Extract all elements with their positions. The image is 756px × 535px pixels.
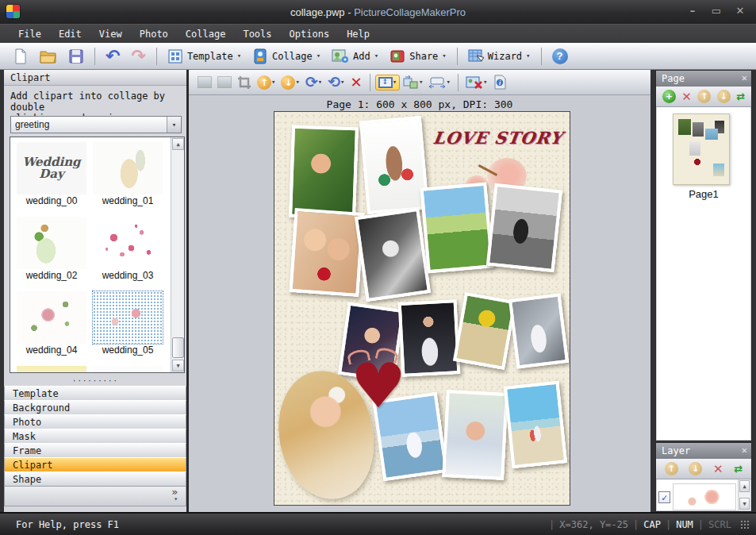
photo-couple-closeup-rose[interactable] (289, 208, 364, 297)
layer-panel-close-icon[interactable]: ✕ (742, 445, 747, 456)
tab-mask[interactable]: Mask (4, 429, 186, 444)
clipart-item-partial[interactable] (91, 366, 164, 373)
menu-tools[interactable]: Tools (234, 26, 280, 42)
add-dropdown-caret[interactable]: ▾ (374, 52, 378, 60)
resize-photos-button[interactable]: ▾ (401, 74, 425, 90)
chevron-down-icon[interactable]: ▾ (13, 497, 178, 502)
share-dropdown-caret[interactable]: ▾ (442, 52, 446, 60)
align-caret[interactable]: ▾ (393, 79, 397, 86)
tab-frame[interactable]: Frame (4, 443, 186, 458)
scroll-down-icon[interactable]: ▼ (739, 498, 750, 510)
maximize-button[interactable]: ▭ (708, 4, 724, 18)
photo-yellow-umbrella-beach[interactable] (453, 292, 516, 370)
tab-clipart-active[interactable]: Clipart (4, 457, 186, 472)
move-layer-down-button[interactable]: ↓ (689, 462, 702, 475)
properties-button[interactable]: i (490, 73, 509, 91)
remove-photo-button[interactable]: ▾ (463, 74, 489, 91)
save-button[interactable] (63, 46, 89, 67)
move-page-up-button[interactable]: ↑ (697, 90, 711, 103)
photo-shopping-couple[interactable] (359, 116, 429, 214)
tab-overflow-bar[interactable]: » ▾ (4, 486, 186, 506)
tab-template[interactable]: Template (4, 386, 186, 401)
clipart-item-wedding-03[interactable]: wedding_03 (91, 217, 164, 281)
photo-kissing-couple[interactable] (289, 125, 359, 220)
delete-page-button[interactable]: ✕ (681, 90, 692, 104)
menu-file[interactable]: File (10, 26, 50, 42)
rotate-ccw-button[interactable]: ⟲▾ (325, 73, 347, 91)
spacing-caret[interactable]: ▾ (446, 79, 450, 86)
scroll-down-icon[interactable]: ▼ (172, 360, 184, 371)
spacing-button[interactable]: ▾ (426, 75, 452, 90)
tab-shape[interactable]: Shape (4, 471, 186, 487)
scrollbar-thumb[interactable] (172, 337, 184, 358)
photo-bride-bouquet-dark[interactable] (398, 299, 461, 377)
layer-visibility-checkbox[interactable]: ✓ (658, 491, 670, 503)
clipart-scrollbar[interactable]: ▲ ▼ (171, 137, 184, 372)
page1-thumbnail[interactable] (673, 114, 730, 185)
clipart-item-wedding-00[interactable]: Wedding Day wedding_00 (15, 142, 88, 206)
layer-scrollbar[interactable]: ▲ ▼ (738, 479, 750, 510)
tab-photo[interactable]: Photo (4, 414, 186, 429)
photo-bride-white-dress[interactable] (508, 293, 569, 368)
new-button[interactable] (8, 46, 33, 67)
photo-couple-greenery[interactable] (420, 183, 493, 274)
clipart-item-wedding-04[interactable]: wedding_04 (15, 291, 88, 356)
crop-button[interactable] (235, 74, 254, 91)
scroll-up-icon[interactable]: ▲ (172, 138, 184, 150)
chevron-icon[interactable]: » (13, 487, 178, 497)
menu-edit[interactable]: Edit (50, 26, 90, 42)
page-panel-close-icon[interactable]: ✕ (742, 72, 747, 83)
menu-options[interactable]: Options (281, 26, 339, 42)
send-backward-button[interactable]: ↓▾ (278, 74, 301, 91)
scroll-up-icon[interactable]: ▲ (739, 480, 750, 492)
add-button[interactable]: Add ▾ (327, 46, 383, 67)
add-photo-button[interactable] (215, 75, 234, 90)
collage-dropdown-caret[interactable]: ▾ (317, 52, 320, 60)
move-page-down-button[interactable]: ↓ (717, 90, 731, 103)
delete-layer-button[interactable]: ✕ (713, 462, 723, 476)
template-button[interactable]: Template ▾ (163, 46, 246, 67)
menu-help[interactable]: Help (338, 26, 378, 42)
tab-background[interactable]: Background (4, 400, 186, 415)
photo-bride-smiling[interactable] (442, 390, 508, 480)
clipart-item-wedding-02[interactable]: wedding_02 (15, 217, 88, 281)
redo-button[interactable]: ↷ (126, 45, 150, 67)
bring-forward-caret[interactable]: ▾ (271, 79, 275, 86)
rotate-cw-caret[interactable]: ▾ (318, 79, 322, 86)
add-page-button[interactable]: + (662, 90, 676, 103)
template-dropdown-caret[interactable]: ▾ (237, 52, 241, 60)
close-button[interactable]: ✕ (732, 4, 748, 18)
wizard-dropdown-caret[interactable]: ▾ (526, 52, 530, 60)
delete-object-button[interactable]: ✕ (348, 74, 365, 91)
photo-beach-couple-walking[interactable] (504, 381, 567, 469)
resize-caret[interactable]: ▾ (419, 79, 423, 86)
help-button[interactable]: ? (547, 46, 573, 67)
clipart-item-wedding-05-selected[interactable]: wedding_05 (91, 291, 164, 356)
love-story-text[interactable]: LOVE STORY (432, 128, 570, 148)
swap-photo-button[interactable] (195, 75, 214, 90)
clipart-item-wedding-01[interactable]: wedding_01 (91, 142, 164, 206)
wizard-button[interactable]: Wizard ▾ (463, 46, 535, 67)
open-button[interactable] (35, 46, 62, 67)
dropdown-arrow-icon[interactable]: ▾ (167, 117, 181, 133)
rotate-ccw-caret[interactable]: ▾ (340, 79, 344, 86)
share-button[interactable]: Share ▾ (385, 46, 451, 67)
refresh-pages-icon[interactable]: ⇄ (736, 90, 745, 102)
move-layer-up-button[interactable]: ↑ (665, 462, 678, 475)
refresh-layers-icon[interactable]: ⇄ (734, 463, 743, 475)
clipart-item-partial[interactable] (15, 366, 88, 373)
layer-item-rose[interactable]: ✓ (658, 483, 736, 510)
menu-view[interactable]: View (90, 26, 131, 42)
photo-bw-beach-kneeling[interactable] (486, 183, 562, 272)
menu-collage[interactable]: Collage (177, 26, 235, 42)
bring-forward-button[interactable]: ↑▾ (255, 74, 278, 91)
collage-button[interactable]: Collage ▾ (248, 46, 325, 67)
align-button-active[interactable]: ▾ (375, 75, 400, 90)
rotate-cw-button[interactable]: ⟳▾ (303, 73, 324, 91)
minimize-button[interactable]: – (685, 4, 700, 18)
photo-bw-bride-laughing[interactable] (355, 208, 431, 302)
undo-button[interactable]: ↶ (101, 45, 125, 67)
menu-photo[interactable]: Photo (131, 26, 177, 42)
remove-photo-caret[interactable]: ▾ (483, 79, 487, 86)
clipart-category-dropdown[interactable]: greeting ▾ (10, 116, 182, 133)
